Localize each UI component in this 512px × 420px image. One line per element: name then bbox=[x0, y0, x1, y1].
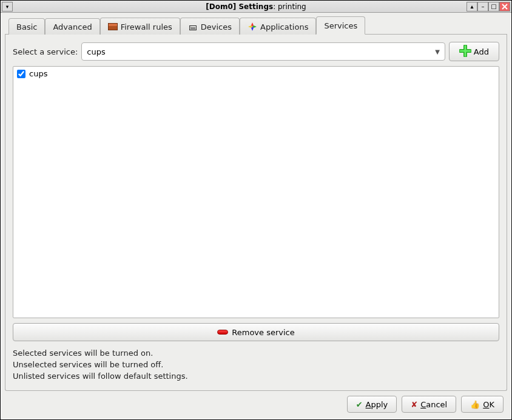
apply-label: Apply bbox=[366, 400, 388, 409]
chevron-down-icon: ▼ bbox=[435, 48, 440, 55]
window-menu-button[interactable]: ▾ bbox=[2, 2, 13, 12]
window-title: [Dom0] Settings: printing bbox=[1, 2, 511, 11]
firewall-icon bbox=[108, 22, 118, 32]
tab-label: Services bbox=[324, 21, 357, 30]
ok-icon: 👍 bbox=[470, 400, 480, 409]
cancel-button[interactable]: ✘ Cancel bbox=[402, 396, 456, 413]
tab-basic[interactable]: Basic bbox=[8, 18, 45, 35]
add-service-button[interactable]: Add bbox=[449, 42, 499, 61]
plus-icon bbox=[459, 45, 471, 59]
title-main: Settings bbox=[238, 2, 273, 11]
services-panel: Select a service: cups ▼ Add bbox=[5, 35, 507, 391]
tab-label: Devices bbox=[201, 22, 232, 32]
tab-applications[interactable]: Applications bbox=[240, 18, 316, 35]
remove-service-button[interactable]: Remove service bbox=[13, 323, 499, 341]
tab-label: Advanced bbox=[53, 22, 92, 32]
service-select-row: Select a service: cups ▼ Add bbox=[13, 42, 499, 61]
ok-label: OK bbox=[483, 400, 494, 409]
check-icon: ✔ bbox=[356, 400, 363, 409]
close-icon bbox=[502, 4, 508, 10]
service-name: cups bbox=[29, 69, 47, 78]
tab-label: Basic bbox=[16, 22, 37, 32]
cancel-label: Cancel bbox=[420, 400, 447, 409]
maximize-button[interactable]: □ bbox=[488, 2, 499, 12]
hints: Selected services will be turned on. Uns… bbox=[13, 346, 499, 383]
tab-label: Applications bbox=[260, 22, 308, 32]
hint-text: Unlisted services will follow default se… bbox=[13, 372, 499, 381]
tab-label: Firewall rules bbox=[121, 22, 172, 32]
services-list[interactable]: cups bbox=[13, 66, 499, 318]
hint-text: Unselected services will be turned off. bbox=[13, 360, 499, 369]
title-prefix: [Dom0] bbox=[206, 2, 238, 11]
add-button-label: Add bbox=[474, 47, 489, 56]
ok-button[interactable]: 👍 OK bbox=[461, 396, 504, 413]
minimize-button[interactable]: – bbox=[477, 2, 488, 12]
minus-icon bbox=[217, 330, 228, 335]
applications-icon bbox=[248, 22, 257, 32]
devices-icon: 🖴 bbox=[188, 22, 198, 32]
shade-button[interactable]: ▴ bbox=[467, 2, 477, 12]
titlebar: ▾ [Dom0] Settings: printing ▴ – □ bbox=[1, 1, 511, 13]
settings-window: ▾ [Dom0] Settings: printing ▴ – □ Basic … bbox=[0, 0, 512, 420]
service-checkbox[interactable] bbox=[17, 70, 25, 78]
service-combobox-value: cups bbox=[87, 47, 105, 56]
select-service-label: Select a service: bbox=[13, 47, 78, 56]
tab-firewall[interactable]: Firewall rules bbox=[100, 18, 180, 35]
cancel-icon: ✘ bbox=[411, 400, 417, 409]
tab-devices[interactable]: 🖴 Devices bbox=[180, 18, 240, 35]
list-item[interactable]: cups bbox=[15, 68, 497, 79]
hint-text: Selected services will be turned on. bbox=[13, 348, 499, 358]
tab-services[interactable]: Services bbox=[316, 16, 365, 35]
service-combobox[interactable]: cups ▼ bbox=[81, 42, 445, 61]
tab-advanced[interactable]: Advanced bbox=[45, 18, 99, 35]
title-suffix: : printing bbox=[273, 2, 306, 11]
apply-button[interactable]: ✔ Apply bbox=[347, 396, 397, 413]
tab-bar: Basic Advanced Firewall rules 🖴 Devices bbox=[5, 16, 507, 35]
remove-button-label: Remove service bbox=[232, 328, 294, 337]
dialog-footer: ✔ Apply ✘ Cancel 👍 OK bbox=[5, 391, 507, 415]
close-button[interactable] bbox=[499, 2, 510, 12]
